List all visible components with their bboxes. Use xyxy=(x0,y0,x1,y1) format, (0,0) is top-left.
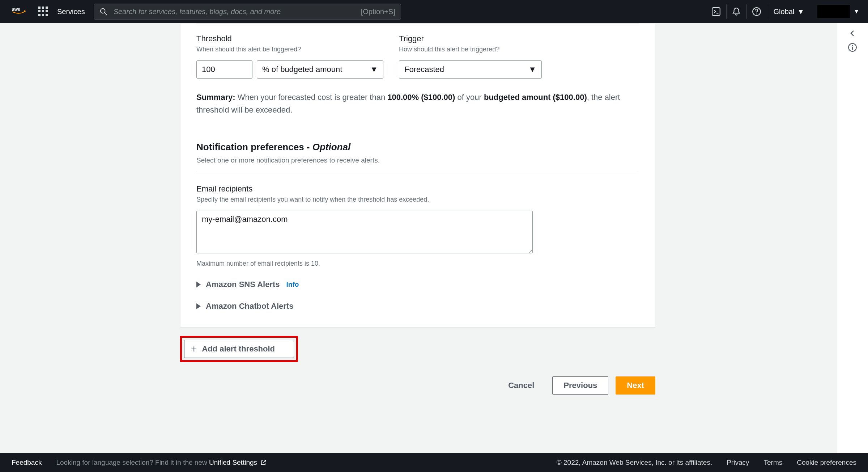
plus-icon: + xyxy=(191,344,197,354)
search-shortcut: [Option+S] xyxy=(361,8,395,16)
collapse-panel-button[interactable] xyxy=(848,29,857,38)
cloudshell-icon[interactable] xyxy=(706,4,726,19)
help-icon[interactable] xyxy=(746,4,767,19)
search-icon xyxy=(99,8,107,16)
triangle-right-icon xyxy=(196,282,201,287)
trigger-field: Trigger How should this alert be trigger… xyxy=(399,34,542,79)
svg-point-1 xyxy=(100,9,105,13)
email-desc: Specify the email recipients you want to… xyxy=(196,196,639,203)
email-recipients-field: Email recipients Specify the email recip… xyxy=(196,184,639,267)
notification-preferences-desc: Select one or more notification preferen… xyxy=(196,156,639,164)
chatbot-alerts-expander[interactable]: Amazon Chatbot Alerts xyxy=(196,302,639,311)
copyright-text: © 2022, Amazon Web Services, Inc. or its… xyxy=(557,459,712,467)
search-wrap: [Option+S] xyxy=(94,4,401,20)
highlight-box: + Add alert threshold xyxy=(180,336,298,362)
svg-text:aws: aws xyxy=(12,7,20,12)
triangle-right-icon xyxy=(196,303,201,309)
aws-logo[interactable]: aws xyxy=(9,9,30,14)
next-button[interactable]: Next xyxy=(616,376,655,395)
caret-down-icon: ▼ xyxy=(370,65,378,74)
email-hint: Maximum number of email recipients is 10… xyxy=(196,260,639,267)
previous-button[interactable]: Previous xyxy=(552,376,608,395)
threshold-field: Threshold When should this alert be trig… xyxy=(196,34,390,79)
svg-rect-8 xyxy=(852,47,852,50)
account-menu[interactable] xyxy=(817,5,850,18)
terms-link[interactable]: Terms xyxy=(764,459,783,467)
caret-down-icon: ▼ xyxy=(854,8,859,15)
svg-point-7 xyxy=(852,45,853,46)
region-selector[interactable]: Global▼ xyxy=(767,4,811,19)
svg-line-2 xyxy=(104,13,106,15)
wizard-buttons: Cancel Previous Next xyxy=(180,376,655,395)
services-link[interactable]: Services xyxy=(57,8,85,16)
footer-bar: Feedback Looking for language selection?… xyxy=(0,453,868,472)
cookie-preferences-link[interactable]: Cookie preferences xyxy=(797,459,856,467)
feedback-link[interactable]: Feedback xyxy=(12,459,42,467)
svg-point-5 xyxy=(756,13,757,14)
sns-alerts-expander[interactable]: Amazon SNS Alerts Info xyxy=(196,280,639,289)
alert-config-card: Threshold When should this alert be trig… xyxy=(180,23,655,327)
trigger-select[interactable]: Forecasted ▼ xyxy=(399,60,542,79)
email-recipients-input[interactable] xyxy=(196,211,533,253)
info-link[interactable]: Info xyxy=(286,281,299,288)
trigger-desc: How should this alert be triggered? xyxy=(399,46,542,53)
notification-preferences-heading: Notification preferences - Optional xyxy=(196,142,639,153)
trigger-label: Trigger xyxy=(399,34,542,43)
notifications-icon[interactable] xyxy=(726,4,746,19)
summary-text: Summary: When your forecasted cost is gr… xyxy=(196,91,639,116)
email-label: Email recipients xyxy=(196,184,639,194)
external-link-icon xyxy=(260,459,267,466)
add-alert-threshold-button[interactable]: + Add alert threshold xyxy=(184,340,294,358)
privacy-link[interactable]: Privacy xyxy=(727,459,749,467)
search-input[interactable] xyxy=(94,4,401,20)
threshold-value-input[interactable] xyxy=(196,60,252,79)
threshold-unit-select[interactable]: % of budgeted amount ▼ xyxy=(257,60,383,79)
help-panel-strip xyxy=(836,23,868,453)
caret-down-icon: ▼ xyxy=(528,65,536,74)
cancel-button[interactable]: Cancel xyxy=(497,376,545,395)
top-nav: aws Services [Option+S] Global▼ ▼ xyxy=(0,0,868,23)
caret-down-icon: ▼ xyxy=(797,8,804,16)
info-panel-icon[interactable] xyxy=(848,43,857,52)
threshold-desc: When should this alert be triggered? xyxy=(196,46,390,53)
nav-icons: Global▼ ▼ xyxy=(706,4,859,19)
services-grid-icon[interactable] xyxy=(38,7,48,17)
unified-settings-link[interactable]: Unified Settings xyxy=(209,459,267,467)
threshold-label: Threshold xyxy=(196,34,390,43)
